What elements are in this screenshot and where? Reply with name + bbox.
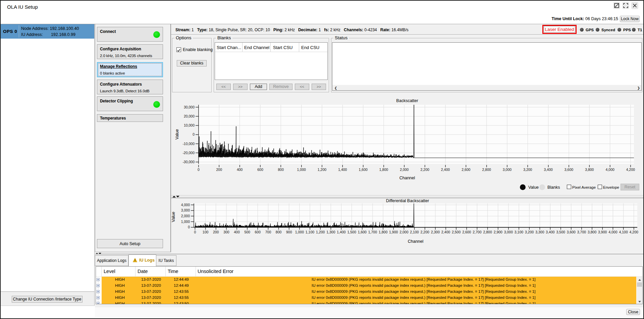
svg-text:4,000: 4,000 bbox=[606, 168, 614, 172]
svg-text:800: 800 bbox=[278, 168, 284, 172]
svg-text:1,000: 1,000 bbox=[181, 220, 190, 224]
svg-text:4,100: 4,100 bbox=[619, 230, 628, 234]
svg-text:1,100: 1,100 bbox=[306, 230, 314, 234]
svg-text:4,000: 4,000 bbox=[181, 203, 190, 207]
svg-text:1,900: 1,900 bbox=[389, 230, 398, 234]
svg-text:100: 100 bbox=[203, 230, 209, 234]
svg-text:3,400: 3,400 bbox=[546, 230, 554, 234]
svg-text:Channel: Channel bbox=[399, 176, 415, 180]
svg-text:1,300: 1,300 bbox=[326, 230, 335, 234]
svg-text:0: 0 bbox=[198, 168, 200, 172]
svg-text:1,400: 1,400 bbox=[337, 230, 345, 234]
svg-text:4,200: 4,200 bbox=[626, 168, 635, 172]
svg-text:4,000: 4,000 bbox=[608, 230, 617, 234]
svg-text:2,300: 2,300 bbox=[431, 230, 440, 234]
svg-text:2,600: 2,600 bbox=[462, 230, 471, 234]
svg-text:1,200: 1,200 bbox=[318, 168, 326, 172]
svg-text:3,500: 3,500 bbox=[556, 230, 565, 234]
svg-text:Differential Backscatter: Differential Backscatter bbox=[386, 198, 429, 203]
svg-text:400: 400 bbox=[234, 230, 240, 234]
svg-text:3,200: 3,200 bbox=[525, 230, 534, 234]
svg-text:1,200: 1,200 bbox=[316, 230, 325, 234]
svg-text:1,800: 1,800 bbox=[379, 168, 388, 172]
svg-text:10,000: 10,000 bbox=[184, 123, 195, 127]
svg-text:Channel: Channel bbox=[408, 239, 424, 244]
svg-text:600: 600 bbox=[255, 230, 261, 234]
svg-text:0: 0 bbox=[188, 225, 190, 229]
svg-text:2,200: 2,200 bbox=[421, 168, 429, 172]
svg-text:2,000: 2,000 bbox=[181, 214, 190, 218]
svg-text:200: 200 bbox=[216, 168, 222, 172]
svg-text:3,600: 3,600 bbox=[565, 168, 573, 172]
svg-text:2,000: 2,000 bbox=[400, 168, 409, 172]
svg-text:3,800: 3,800 bbox=[585, 168, 594, 172]
svg-text:3,800: 3,800 bbox=[588, 230, 596, 234]
svg-text:2,100: 2,100 bbox=[410, 230, 419, 234]
svg-text:3,300: 3,300 bbox=[535, 230, 544, 234]
svg-text:3,100: 3,100 bbox=[515, 230, 523, 234]
svg-text:2,500: 2,500 bbox=[452, 230, 461, 234]
svg-text:0: 0 bbox=[193, 132, 195, 136]
svg-text:800: 800 bbox=[276, 230, 282, 234]
svg-text:0: 0 bbox=[194, 230, 196, 234]
svg-text:3,600: 3,600 bbox=[567, 230, 576, 234]
svg-text:30,000: 30,000 bbox=[184, 105, 195, 109]
svg-text:1,000: 1,000 bbox=[297, 168, 306, 172]
svg-text:2,800: 2,800 bbox=[482, 168, 491, 172]
svg-text:3,000: 3,000 bbox=[504, 230, 513, 234]
svg-text:2,800: 2,800 bbox=[483, 230, 492, 234]
svg-text:1,800: 1,800 bbox=[379, 230, 387, 234]
svg-text:1,700: 1,700 bbox=[368, 230, 377, 234]
svg-text:3,700: 3,700 bbox=[577, 230, 586, 234]
svg-text:200: 200 bbox=[213, 230, 219, 234]
svg-text:-30,000: -30,000 bbox=[182, 160, 195, 164]
svg-text:-20,000: -20,000 bbox=[182, 151, 195, 155]
svg-text:3,400: 3,400 bbox=[544, 168, 553, 172]
svg-text:3,900: 3,900 bbox=[598, 230, 607, 234]
svg-text:3,200: 3,200 bbox=[523, 168, 532, 172]
svg-text:500: 500 bbox=[244, 230, 250, 234]
svg-text:2,000: 2,000 bbox=[399, 230, 408, 234]
svg-text:Backscatter: Backscatter bbox=[396, 98, 418, 103]
svg-text:2,900: 2,900 bbox=[494, 230, 502, 234]
svg-text:600: 600 bbox=[257, 168, 263, 172]
svg-text:2,200: 2,200 bbox=[421, 230, 429, 234]
svg-text:900: 900 bbox=[286, 230, 292, 234]
svg-text:3,000: 3,000 bbox=[181, 208, 190, 212]
svg-text:1,600: 1,600 bbox=[359, 168, 368, 172]
svg-text:300: 300 bbox=[223, 230, 229, 234]
svg-text:1,500: 1,500 bbox=[347, 230, 356, 234]
svg-text:2,400: 2,400 bbox=[441, 168, 450, 172]
svg-text:3,000: 3,000 bbox=[503, 168, 512, 172]
svg-text:1,400: 1,400 bbox=[338, 168, 347, 172]
svg-text:-10,000: -10,000 bbox=[182, 142, 195, 146]
svg-text:20,000: 20,000 bbox=[184, 114, 195, 118]
svg-text:Value: Value bbox=[175, 129, 179, 139]
svg-text:1,000: 1,000 bbox=[295, 230, 304, 234]
svg-text:1,600: 1,600 bbox=[358, 230, 367, 234]
svg-text:700: 700 bbox=[265, 230, 271, 234]
svg-text:Value: Value bbox=[171, 212, 176, 222]
svg-text:2,600: 2,600 bbox=[462, 168, 470, 172]
svg-text:2,700: 2,700 bbox=[473, 230, 481, 234]
svg-text:2,400: 2,400 bbox=[441, 230, 450, 234]
svg-text:4,200: 4,200 bbox=[630, 230, 638, 234]
svg-text:400: 400 bbox=[237, 168, 243, 172]
